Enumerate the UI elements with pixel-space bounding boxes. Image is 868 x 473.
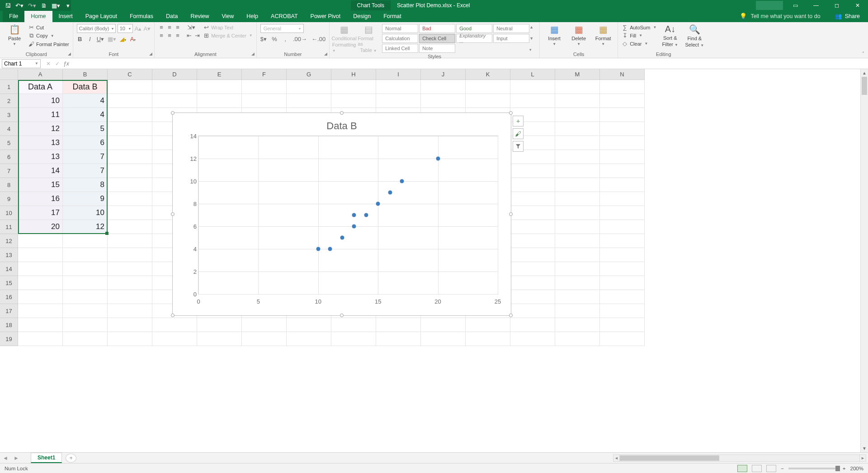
fill-color-button[interactable]: ◢▾ bbox=[120, 36, 126, 42]
qat-new-icon[interactable]: 🗎 bbox=[41, 2, 47, 9]
scroll-left-icon[interactable]: ◄ bbox=[613, 455, 620, 461]
chart-elements-button[interactable]: + bbox=[513, 116, 524, 126]
cell[interactable] bbox=[108, 80, 152, 94]
cell[interactable] bbox=[197, 94, 242, 108]
zoom-in-button[interactable]: + bbox=[843, 466, 846, 471]
page-layout-view-button[interactable] bbox=[752, 465, 762, 472]
insert-cells-button[interactable]: ▦Insert▼ bbox=[543, 24, 565, 46]
ribbon-tab-format[interactable]: Format bbox=[377, 11, 408, 22]
cell[interactable] bbox=[108, 262, 152, 276]
row-header[interactable]: 17 bbox=[0, 304, 18, 318]
cell[interactable] bbox=[555, 206, 600, 220]
comma-icon[interactable]: , bbox=[282, 36, 288, 42]
cell[interactable] bbox=[555, 164, 600, 178]
enter-formula-icon[interactable]: ✓ bbox=[55, 61, 60, 67]
cell[interactable]: 10 bbox=[63, 206, 108, 220]
cell[interactable]: 17 bbox=[18, 206, 63, 220]
ribbon-display-options-icon[interactable]: ▭ bbox=[785, 0, 806, 11]
cell[interactable] bbox=[108, 94, 152, 108]
cell[interactable] bbox=[18, 318, 63, 332]
row-header[interactable]: 9 bbox=[0, 192, 18, 206]
scroll-up-icon[interactable]: ▲ bbox=[861, 69, 868, 77]
cell[interactable] bbox=[63, 304, 108, 318]
row-header[interactable]: 6 bbox=[0, 150, 18, 164]
wrap-text-button[interactable]: ↩Wrap Text bbox=[203, 24, 253, 31]
data-point[interactable] bbox=[400, 179, 404, 183]
vertical-scrollbar[interactable]: ▲ ▼ bbox=[860, 69, 868, 452]
cell-style-option[interactable]: Good bbox=[456, 24, 492, 33]
worksheet-area[interactable]: ABCDEFGHIJKLMN1Data AData B2104311441255… bbox=[0, 69, 868, 452]
page-break-view-button[interactable] bbox=[766, 465, 776, 472]
cell[interactable] bbox=[18, 304, 63, 318]
data-point[interactable] bbox=[352, 213, 356, 217]
paste-button[interactable]: 📋 Paste ▼ bbox=[4, 24, 25, 46]
chart-title[interactable]: Data B bbox=[173, 113, 511, 136]
delete-cells-button[interactable]: ▦Delete▼ bbox=[568, 24, 590, 46]
cancel-formula-icon[interactable]: ✕ bbox=[46, 61, 51, 67]
styles-scroll[interactable]: ▲▼▾ bbox=[529, 24, 536, 53]
cell[interactable] bbox=[555, 220, 600, 234]
cell[interactable]: Data B bbox=[63, 80, 108, 94]
cell[interactable] bbox=[600, 248, 645, 262]
cell[interactable] bbox=[152, 318, 197, 332]
underline-button[interactable]: U▾ bbox=[97, 36, 104, 42]
cell[interactable] bbox=[510, 178, 555, 192]
cell[interactable] bbox=[18, 234, 63, 248]
tab-nav-prev[interactable]: ◄ bbox=[0, 455, 11, 461]
cell[interactable] bbox=[376, 332, 421, 346]
row-header[interactable]: 13 bbox=[0, 248, 18, 262]
cell[interactable] bbox=[108, 108, 152, 122]
column-header[interactable]: M bbox=[555, 69, 600, 80]
ribbon-tab-acrobat[interactable]: ACROBAT bbox=[264, 11, 304, 22]
column-header[interactable]: D bbox=[152, 69, 197, 80]
cell[interactable] bbox=[108, 178, 152, 192]
save-icon[interactable]: 🖫 bbox=[5, 2, 11, 9]
borders-button[interactable]: ▦▾ bbox=[108, 36, 116, 42]
cell[interactable]: 4 bbox=[63, 108, 108, 122]
cell[interactable] bbox=[555, 80, 600, 94]
cell[interactable] bbox=[510, 80, 555, 94]
column-header[interactable]: I bbox=[376, 69, 421, 80]
cell[interactable] bbox=[555, 178, 600, 192]
select-all-corner[interactable] bbox=[0, 69, 18, 80]
resize-handle[interactable] bbox=[509, 212, 513, 216]
column-header[interactable]: A bbox=[18, 69, 63, 80]
chart-filters-button[interactable] bbox=[513, 141, 524, 152]
cell[interactable] bbox=[466, 332, 510, 346]
cell[interactable] bbox=[510, 150, 555, 164]
row-header[interactable]: 7 bbox=[0, 164, 18, 178]
row-header[interactable]: 16 bbox=[0, 290, 18, 304]
cell[interactable] bbox=[510, 192, 555, 206]
decrease-decimal-icon[interactable]: ←.00 bbox=[311, 36, 326, 42]
cell[interactable] bbox=[555, 108, 600, 122]
cell[interactable] bbox=[18, 290, 63, 304]
cell[interactable] bbox=[63, 262, 108, 276]
cell[interactable] bbox=[510, 234, 555, 248]
row-header[interactable]: 15 bbox=[0, 276, 18, 290]
cell[interactable] bbox=[600, 318, 645, 332]
column-header[interactable]: F bbox=[242, 69, 287, 80]
cell[interactable] bbox=[108, 332, 152, 346]
cell[interactable] bbox=[287, 80, 331, 94]
cell[interactable]: 7 bbox=[63, 164, 108, 178]
data-point[interactable] bbox=[340, 236, 344, 240]
collapse-ribbon-icon[interactable]: ˄ bbox=[862, 51, 864, 56]
cell[interactable] bbox=[600, 94, 645, 108]
cell[interactable] bbox=[242, 332, 287, 346]
cell[interactable] bbox=[555, 318, 600, 332]
cell[interactable] bbox=[331, 332, 376, 346]
row-header[interactable]: 4 bbox=[0, 122, 18, 136]
cell[interactable] bbox=[18, 332, 63, 346]
cell[interactable] bbox=[108, 276, 152, 290]
column-header[interactable]: E bbox=[197, 69, 242, 80]
cell[interactable] bbox=[600, 304, 645, 318]
bold-button[interactable]: B bbox=[77, 36, 83, 42]
data-point[interactable] bbox=[316, 247, 320, 251]
ribbon-tab-insert[interactable]: Insert bbox=[52, 11, 79, 22]
cell[interactable] bbox=[600, 332, 645, 346]
cell-style-option[interactable]: Normal bbox=[382, 24, 418, 33]
cell[interactable] bbox=[600, 192, 645, 206]
cell[interactable] bbox=[510, 304, 555, 318]
chart-object[interactable]: Data B 024681012140510152025 + 🖌 bbox=[172, 112, 511, 316]
zoom-level[interactable]: 200% bbox=[850, 466, 863, 471]
